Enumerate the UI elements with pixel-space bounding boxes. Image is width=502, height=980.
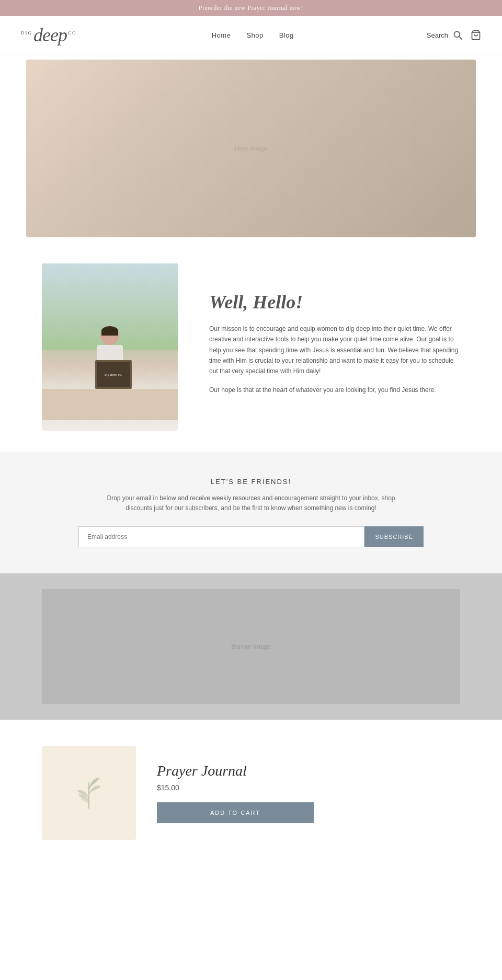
logo-main: deep (33, 25, 67, 45)
friends-title: LET'S BE FRIENDS! (52, 478, 450, 486)
email-input[interactable] (78, 526, 364, 547)
about-heading: Well, Hello! (209, 291, 303, 313)
hero-image-placeholder: Hero Image (235, 145, 268, 152)
subscribe-button[interactable]: SUBSCRIBE (364, 526, 424, 547)
logo-text: DIGdeepCO. (21, 24, 79, 46)
about-paragraph-1: Our misson is to encourage and equip wom… (209, 324, 460, 377)
hero-section: Hero Image (0, 54, 502, 243)
main-nav: Home Shop Blog (212, 30, 294, 40)
cart-icon[interactable] (471, 30, 481, 40)
logo-suffix: CO. (68, 30, 79, 36)
sign-prop: dig deep co. (95, 360, 132, 389)
search-icon[interactable] (452, 30, 463, 40)
friends-section: LET'S BE FRIENDS! Drop your email in bel… (0, 452, 502, 573)
search-area[interactable]: Search (427, 30, 463, 40)
add-to-cart-button[interactable]: ADD TO CART (157, 802, 314, 823)
search-label: Search (427, 31, 448, 39)
friends-subtitle: Drop your email in below and receive wee… (94, 493, 408, 513)
product-image-icon (68, 772, 110, 814)
svg-point-0 (454, 31, 460, 37)
product-info: Prayer Journal $15.00 ADD TO CART (157, 763, 460, 823)
about-paragraph-2: Our hope is that at the heart of whateve… (209, 385, 460, 395)
nav-home[interactable]: Home (212, 31, 231, 39)
nav-blog[interactable]: Blog (279, 31, 294, 39)
nav-shop[interactable]: Shop (246, 31, 263, 39)
about-content: Well, Hello! Our misson is to encourage … (209, 291, 460, 403)
announcement-bar: Preorder the new Prayer Journal now! (0, 0, 502, 16)
email-form: SUBSCRIBE (78, 526, 424, 547)
gray-banner-section: Banner Image (0, 573, 502, 720)
announcement-text: Preorder the new Prayer Journal now! (199, 4, 303, 11)
header: DIGdeepCO. Home Shop Blog Search (0, 16, 502, 54)
svg-line-1 (459, 37, 462, 39)
about-section: dig deep co. Well, Hello! Our misson is … (0, 243, 502, 452)
product-title: Prayer Journal (157, 763, 460, 779)
logo: DIGdeepCO. (21, 24, 79, 46)
product-price: $15.00 (157, 783, 460, 792)
product-section: Prayer Journal $15.00 ADD TO CART (0, 720, 502, 866)
gray-image-placeholder: Banner Image (231, 643, 270, 650)
product-image (42, 746, 136, 840)
about-image: dig deep co. (42, 263, 178, 431)
header-right: Search (427, 30, 481, 40)
logo-prefix: DIG (21, 30, 32, 36)
